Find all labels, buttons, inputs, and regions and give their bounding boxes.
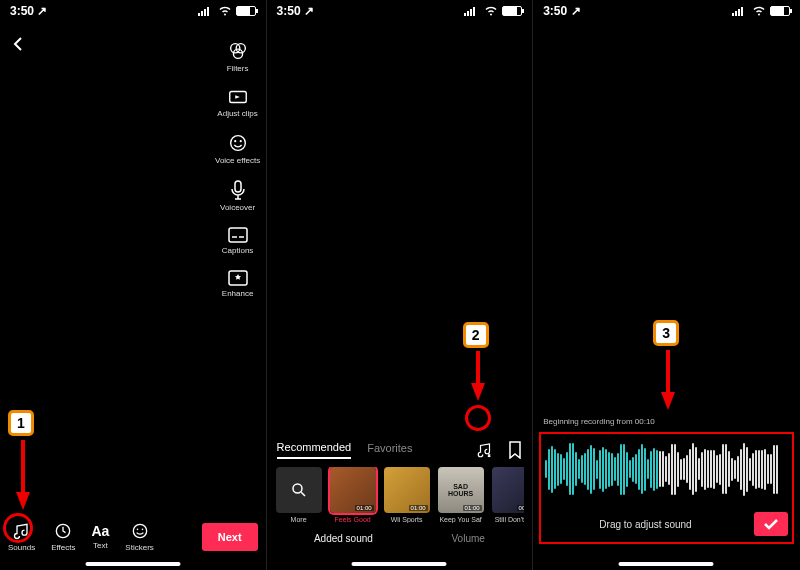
status-time: 3:50 (10, 4, 34, 18)
highlight-circle-1 (3, 513, 33, 543)
svg-rect-8 (229, 228, 247, 242)
sound-more-label: More (275, 516, 323, 523)
sound-feels-good[interactable]: 01:00 Feels Good (329, 467, 377, 523)
home-indicator (352, 562, 447, 566)
svg-point-5 (234, 140, 236, 142)
svg-point-1 (236, 44, 245, 53)
voiceover-label: Voiceover (220, 204, 255, 212)
sound-thumb: 01:00 (384, 467, 430, 513)
svg-point-6 (239, 140, 241, 142)
sound-subtabs: Added sound Volume (275, 533, 525, 544)
sound-tabs: Recommended Favorites (275, 435, 525, 467)
arrow-2-icon (470, 351, 486, 401)
status-bar: 3:50 ↗ (267, 4, 533, 18)
sound-thumb: SADHOURS01:00 (438, 467, 484, 513)
sound-keep-you-safe-label: Keep You Saf (437, 516, 485, 523)
sound-list: More 01:00 Feels Good 01:00 Wii Sports S… (275, 467, 525, 523)
sound-still-dont-know[interactable]: 00:30 Still Don't Kn (491, 467, 525, 523)
right-toolbar: Filters Adjust clips Voice effects Voice… (214, 40, 262, 298)
sound-thumb: 00:30 (492, 467, 525, 513)
arrow-1-icon (15, 440, 31, 510)
screen-edit: 3:50 ↗ Filters Adjust clips Voice effect… (0, 0, 267, 570)
sound-still-dont-know-label: Still Don't Kn (491, 516, 525, 523)
captions-label: Captions (222, 247, 254, 255)
text-icon: Aa (91, 523, 109, 539)
highlight-circle-2 (465, 405, 491, 431)
voice-effects-icon (227, 132, 249, 154)
filters-icon (227, 40, 249, 62)
status-bar: 3:50 ↗ (0, 4, 266, 18)
enhance-label: Enhance (222, 290, 254, 298)
svg-point-14 (293, 484, 302, 493)
filters-label: Filters (227, 65, 249, 73)
location-icon: ↗ (37, 4, 47, 18)
screen-adjust-sound: 3:50 ↗ Beginning recording from 00:10 Dr… (533, 0, 800, 570)
arrow-3-icon (660, 350, 676, 410)
sound-panel: Recommended Favorites More 01:00 Feels G… (267, 435, 533, 552)
sound-wii-sports[interactable]: 01:00 Wii Sports (383, 467, 431, 523)
captions-button[interactable]: Captions (222, 226, 254, 255)
svg-point-4 (230, 136, 245, 151)
adjust-clips-button[interactable]: Adjust clips (217, 87, 257, 118)
adjust-sound-panel: Beginning recording from 00:10 Drag to a… (533, 417, 800, 552)
clock-icon (53, 521, 73, 541)
next-button[interactable]: Next (202, 523, 258, 551)
status-time: 3:50 (277, 4, 301, 18)
step-badge-1: 1 (8, 410, 34, 436)
signal-icon (464, 6, 480, 16)
adjust-clips-label: Adjust clips (217, 110, 257, 118)
wifi-icon (484, 6, 498, 16)
bottom-toolbar: Sounds Effects Aa Text Stickers Next (0, 521, 266, 552)
sound-keep-you-safe[interactable]: SADHOURS01:00 Keep You Saf (437, 467, 485, 523)
voice-effects-button[interactable]: Voice effects (215, 132, 260, 165)
text-label: Text (93, 541, 108, 550)
enhance-icon (227, 269, 249, 287)
svg-point-13 (141, 529, 143, 531)
signal-icon (732, 6, 748, 16)
back-button[interactable] (10, 36, 26, 52)
sounds-label: Sounds (8, 543, 35, 552)
voice-effects-label: Voice effects (215, 157, 260, 165)
wifi-icon (752, 6, 766, 16)
svg-point-12 (136, 529, 138, 531)
highlight-box-3: Drag to adjust sound (539, 432, 794, 544)
battery-icon (770, 6, 790, 16)
home-indicator (85, 562, 180, 566)
screen-sounds: 3:50 ↗ Recommended Favorites More (267, 0, 534, 570)
subtab-volume[interactable]: Volume (452, 533, 485, 544)
voiceover-button[interactable]: Voiceover (220, 179, 255, 212)
status-time: 3:50 (543, 4, 567, 18)
filters-button[interactable]: Filters (227, 40, 249, 73)
svg-point-2 (233, 49, 242, 58)
captions-icon (227, 226, 249, 244)
signal-icon (198, 6, 214, 16)
text-button[interactable]: Aa Text (91, 523, 109, 550)
tab-favorites[interactable]: Favorites (367, 442, 412, 458)
enhance-button[interactable]: Enhance (222, 269, 254, 298)
sound-wii-sports-label: Wii Sports (383, 516, 431, 523)
smile-icon (130, 521, 150, 541)
effects-button[interactable]: Effects (51, 521, 75, 552)
sound-more[interactable]: More (275, 467, 323, 523)
location-icon: ↗ (571, 4, 581, 18)
location-icon: ↗ (304, 4, 314, 18)
step-badge-2: 2 (463, 322, 489, 348)
subtab-added-sound[interactable]: Added sound (314, 533, 373, 544)
tab-recommended[interactable]: Recommended (277, 441, 352, 459)
effects-label: Effects (51, 543, 75, 552)
sound-thumb: 01:00 (330, 467, 376, 513)
search-icon (276, 467, 322, 513)
status-bar: 3:50 ↗ (533, 4, 800, 18)
adjust-clips-icon (227, 87, 249, 107)
bookmark-button[interactable] (508, 441, 522, 459)
sound-feels-good-label: Feels Good (329, 516, 377, 523)
battery-icon (502, 6, 522, 16)
waveform[interactable] (545, 440, 788, 498)
stickers-button[interactable]: Stickers (125, 521, 153, 552)
battery-icon (236, 6, 256, 16)
wifi-icon (218, 6, 232, 16)
confirm-button[interactable] (754, 512, 788, 536)
drag-instruction: Drag to adjust sound (545, 519, 746, 530)
svg-rect-7 (235, 181, 241, 192)
trim-sound-button[interactable] (476, 441, 494, 459)
